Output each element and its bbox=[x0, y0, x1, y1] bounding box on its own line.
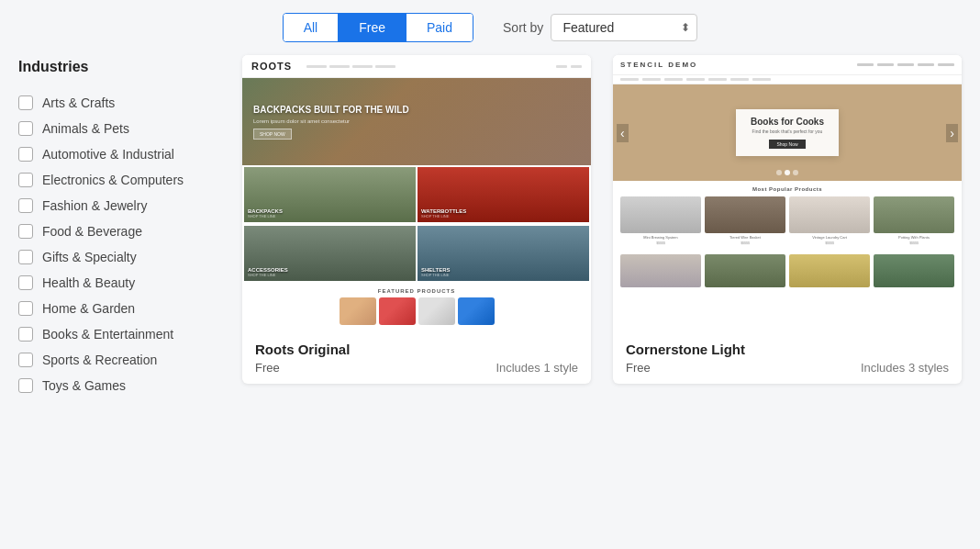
roots-cell-waterbottles: WATERBOTTLES SHOP THE LINE bbox=[418, 167, 589, 222]
sidebar-item-home-garden[interactable]: Home & Garden bbox=[18, 296, 220, 321]
checkbox-electronics-computers[interactable] bbox=[18, 173, 33, 187]
sidebar-label-sports-recreation: Sports & Recreation bbox=[42, 353, 157, 367]
roots-featured-section: FEATURED PRODUCTS bbox=[242, 283, 591, 331]
cs-product2-roll bbox=[620, 254, 701, 287]
cs-hero-dots bbox=[776, 170, 798, 175]
cs-hero: ‹ Books for Cooks Find the book that's p… bbox=[613, 84, 962, 181]
checkbox-gifts-specialty[interactable] bbox=[18, 250, 33, 264]
roots-product-row bbox=[248, 297, 585, 325]
filter-free[interactable]: Free bbox=[339, 14, 406, 41]
cs-nav-item-4 bbox=[918, 63, 934, 66]
cornerstone-card-price: Free bbox=[626, 361, 651, 375]
cs-product-name-plant: Potting With Plants bbox=[898, 235, 930, 240]
cs-product-price-plant: $$$$$ bbox=[909, 241, 919, 245]
sidebar-item-gifts-specialty[interactable]: Gifts & Specialty bbox=[18, 244, 220, 270]
roots-cell-sublabel-backpacks: SHOP THE LINE bbox=[248, 214, 283, 218]
checkbox-food-beverage[interactable] bbox=[18, 224, 33, 239]
cs-product-basket: Vintage Laundry Cart $$$$$ bbox=[789, 196, 870, 245]
roots-cell-sublabel-shelters: SHOP THE LINE bbox=[421, 273, 451, 277]
checkbox-sports-recreation[interactable] bbox=[18, 353, 33, 367]
roots-product-grid: BACKPACKS SHOP THE LINE WATERBOTTLES SHO… bbox=[242, 165, 591, 224]
cs-product-plant: Potting With Plants $$$$$ bbox=[874, 196, 954, 245]
cs-product-name-mug: Mini Brewing System bbox=[643, 235, 677, 240]
cs-hero-next[interactable]: › bbox=[946, 124, 958, 142]
cs-product-grid: Mini Brewing System $$$$$ Tiered Wire Ba… bbox=[620, 196, 954, 245]
cornerstone-card-meta: Free Includes 3 styles bbox=[626, 361, 949, 375]
cs-product-name-stand: Tiered Wire Basket bbox=[729, 235, 761, 240]
cs-nav-item-3 bbox=[897, 63, 914, 66]
theme-card-roots-original[interactable]: ROOTS bbox=[242, 55, 591, 384]
checkbox-home-garden[interactable] bbox=[18, 301, 33, 316]
filter-all[interactable]: All bbox=[284, 14, 340, 41]
roots-hero: BACKPACKS BUILT FOR THE WILD Lorem ipsum… bbox=[242, 78, 591, 165]
sidebar-label-food-beverage: Food & Beverage bbox=[42, 224, 142, 239]
sort-select[interactable]: Featured Newest Most Popular Price: Low … bbox=[551, 14, 697, 41]
sidebar-label-gifts-specialty: Gifts & Specialty bbox=[42, 250, 137, 264]
themes-grid: ROOTS bbox=[242, 55, 962, 531]
sidebar-label-fashion-jewelry: Fashion & Jewelry bbox=[42, 198, 147, 213]
cs-header: STENCIL DEMO bbox=[613, 55, 962, 75]
roots-product-tent1 bbox=[340, 297, 376, 325]
checkbox-toys-games[interactable] bbox=[18, 378, 33, 393]
cs-product-img2-block bbox=[789, 254, 870, 287]
roots-hero-text: BACKPACKS BUILT FOR THE WILD Lorem ipsum… bbox=[253, 104, 409, 140]
roots-cell-backpacks: BACKPACKS SHOP THE LINE bbox=[244, 167, 416, 222]
sidebar-item-automotive-industrial[interactable]: Automotive & Industrial bbox=[18, 141, 220, 167]
page-wrapper: All Free Paid Sort by Featured Newest Mo… bbox=[0, 0, 980, 549]
cs-product-img-mug bbox=[620, 196, 701, 233]
cs-nav-strip bbox=[613, 75, 962, 84]
sidebar-item-arts-crafts[interactable]: Arts & Crafts bbox=[18, 90, 220, 116]
sort-label: Sort by bbox=[503, 20, 543, 35]
sidebar-label-automotive-industrial: Automotive & Industrial bbox=[42, 147, 174, 162]
roots-preview: ROOTS bbox=[242, 55, 591, 331]
cs-hero-btn: Shop Now bbox=[769, 140, 805, 149]
cs-product-price-mug: $$$$$ bbox=[656, 241, 665, 245]
cs-product-price-stand: $$$$$ bbox=[741, 241, 750, 245]
sidebar-item-sports-recreation[interactable]: Sports & Recreation bbox=[18, 347, 220, 373]
cs-product-name-basket: Vintage Laundry Cart bbox=[812, 235, 847, 240]
cs-product-img2-pot bbox=[705, 254, 785, 287]
theme-card-cornerstone-light[interactable]: STENCIL DEMO bbox=[613, 55, 962, 384]
roots-card-name: Roots Original bbox=[255, 342, 578, 357]
roots-card-info: Roots Original Free Includes 1 style bbox=[242, 331, 591, 384]
checkbox-fashion-jewelry[interactable] bbox=[18, 198, 33, 213]
sidebar: Industries Arts & Crafts Animals & Pets … bbox=[18, 55, 220, 531]
roots-logo: ROOTS bbox=[251, 61, 292, 72]
checkbox-automotive-industrial[interactable] bbox=[18, 147, 33, 162]
sidebar-label-arts-crafts: Arts & Crafts bbox=[42, 95, 115, 110]
roots-cell-sublabel-waterbottles: SHOP THE LINE bbox=[421, 214, 466, 218]
sidebar-item-toys-games[interactable]: Toys & Games bbox=[18, 373, 220, 398]
sidebar-item-books-entertainment[interactable]: Books & Entertainment bbox=[18, 321, 220, 347]
roots-cta: SHOP NOW bbox=[253, 129, 292, 140]
sidebar-label-toys-games: Toys & Games bbox=[42, 378, 126, 393]
sort-select-wrapper: Featured Newest Most Popular Price: Low … bbox=[551, 14, 697, 41]
roots-header: ROOTS bbox=[242, 55, 591, 78]
checkbox-health-beauty[interactable] bbox=[18, 275, 33, 290]
roots-cell-sublabel-accessories: SHOP THE LINE bbox=[248, 273, 288, 277]
cs-product2-block bbox=[789, 254, 870, 287]
cs-product-img-plant bbox=[874, 196, 954, 233]
roots-cell-shelters: SHELTERS SHOP THE LINE bbox=[418, 226, 589, 281]
sidebar-label-animals-pets: Animals & Pets bbox=[42, 121, 129, 136]
cs-logo: STENCIL DEMO bbox=[620, 61, 697, 69]
cs-product2-pot bbox=[705, 254, 785, 287]
sidebar-item-food-beverage[interactable]: Food & Beverage bbox=[18, 218, 220, 244]
sidebar-item-animals-pets[interactable]: Animals & Pets bbox=[18, 116, 220, 141]
sidebar-item-fashion-jewelry[interactable]: Fashion & Jewelry bbox=[18, 193, 220, 218]
filter-paid[interactable]: Paid bbox=[406, 14, 473, 41]
main-content: Industries Arts & Crafts Animals & Pets … bbox=[0, 55, 980, 549]
checkbox-arts-crafts[interactable] bbox=[18, 95, 33, 110]
roots-card-styles: Includes 1 style bbox=[496, 361, 578, 375]
sidebar-label-home-garden: Home & Garden bbox=[42, 301, 135, 316]
cs-product-img-basket bbox=[789, 196, 870, 233]
cs-hero-prev[interactable]: ‹ bbox=[617, 124, 629, 142]
roots-card-meta: Free Includes 1 style bbox=[255, 361, 578, 375]
cs-nav-item-1 bbox=[857, 63, 874, 66]
sidebar-item-health-beauty[interactable]: Health & Beauty bbox=[18, 270, 220, 296]
checkbox-animals-pets[interactable] bbox=[18, 121, 33, 136]
sidebar-item-electronics-computers[interactable]: Electronics & Computers bbox=[18, 167, 220, 193]
checkbox-books-entertainment[interactable] bbox=[18, 327, 33, 342]
sidebar-label-health-beauty: Health & Beauty bbox=[42, 275, 135, 290]
cs-hero-subtext: Find the book that's perfect for you bbox=[751, 129, 824, 134]
cs-hero-title: Books for Cooks bbox=[751, 117, 824, 127]
